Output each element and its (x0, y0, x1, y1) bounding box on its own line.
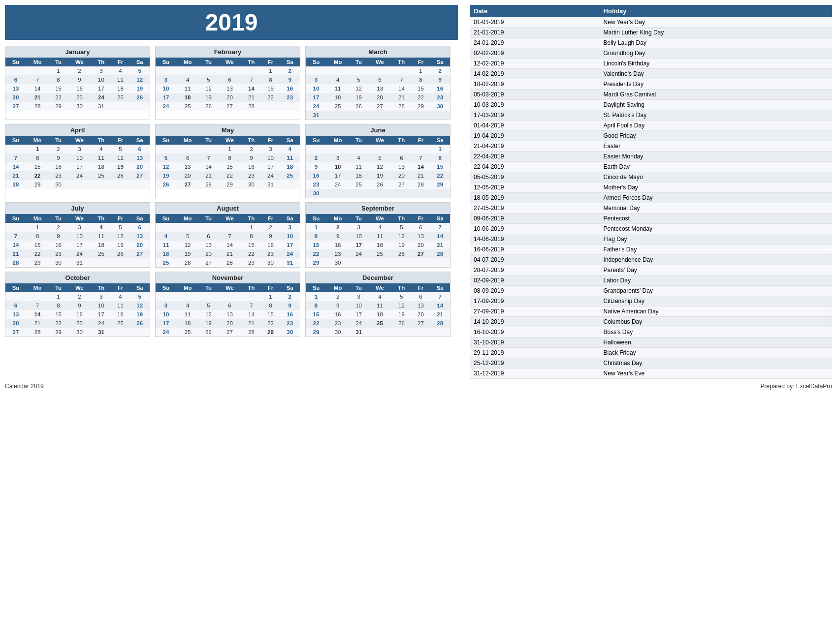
day-cell (218, 223, 241, 232)
day-header-fr: Fr (261, 136, 280, 145)
day-header-sa: Sa (129, 58, 150, 66)
day-cell: 18 (156, 249, 176, 258)
day-cell: 26 (111, 171, 130, 180)
day-cell: 1 (261, 292, 280, 301)
month-table-october: SuMoTuWeThFrSa12345678910111213141516171… (5, 283, 150, 337)
holiday-row: 24-01-2019Belly Laugh Day (470, 38, 832, 48)
holiday-row: 31-10-2019Halloween (470, 337, 832, 348)
day-cell: 15 (49, 310, 68, 319)
day-cell: 2 (68, 66, 91, 75)
day-cell (5, 223, 26, 232)
month-table-may: SuMoTuWeThFrSa12345678910111213141516171… (156, 136, 300, 189)
day-cell: 12 (199, 310, 218, 319)
month-block-july: JulySuMoTuWeThFrSa1234567891011121314151… (5, 202, 150, 268)
day-cell: 20 (412, 241, 430, 249)
day-cell: 11 (326, 84, 349, 93)
day-cell: 24 (68, 171, 91, 180)
day-cell: 31 (91, 328, 111, 337)
day-cell: 22 (241, 249, 261, 258)
day-cell: 13 (368, 84, 391, 93)
holiday-row: 10-03-2019Daylight Saving (470, 100, 832, 110)
day-cell: 31 (349, 328, 368, 337)
holiday-date: 10-06-2019 (470, 224, 600, 234)
day-cell: 8 (430, 153, 450, 162)
day-cell (368, 66, 391, 75)
day-header-su: Su (306, 283, 326, 292)
holiday-name: Halloween (600, 337, 832, 348)
months-row-4: OctoberSuMoTuWeThFrSa1234567891011121314… (5, 272, 463, 337)
day-cell: 28 (241, 328, 261, 337)
day-cell: 3 (68, 223, 91, 232)
holiday-name: Pentecost (600, 214, 832, 224)
day-cell: 26 (199, 102, 218, 111)
day-cell: 23 (68, 93, 91, 102)
day-cell: 19 (368, 171, 391, 180)
day-cell: 8 (261, 75, 280, 84)
day-cell: 14 (218, 241, 241, 249)
day-cell: 10 (91, 75, 111, 84)
day-header-su: Su (156, 58, 176, 66)
holiday-date: 18-02-2019 (470, 79, 600, 90)
day-cell: 7 (391, 75, 412, 84)
holiday-name: New Year's Day (600, 17, 832, 28)
month-table-february: SuMoTuWeThFrSa12345678910111213141516171… (156, 58, 300, 111)
holiday-row: 27-05-2019Memorial Day (470, 203, 832, 214)
day-cell: 2 (306, 153, 326, 162)
day-cell: 3 (326, 153, 349, 162)
month-title-march: March (306, 46, 450, 58)
holiday-row: 21-04-2019Easter (470, 141, 832, 152)
day-cell: 26 (156, 180, 176, 189)
day-cell (391, 111, 412, 120)
day-cell: 16 (430, 84, 450, 93)
holiday-name: Labor Day (600, 276, 832, 286)
day-cell: 18 (176, 319, 199, 328)
day-cell: 11 (111, 301, 130, 310)
day-cell: 12 (156, 162, 176, 171)
day-cell: 24 (261, 171, 280, 180)
day-cell: 9 (280, 75, 300, 84)
day-cell: 22 (306, 319, 326, 328)
day-header-sa: Sa (430, 214, 450, 223)
day-cell (326, 189, 349, 198)
day-header-mo: Mo (326, 283, 349, 292)
day-cell: 7 (5, 153, 26, 162)
day-cell: 3 (280, 223, 300, 232)
day-cell: 19 (111, 162, 130, 171)
day-header-th: Th (91, 283, 111, 292)
day-cell: 28 (412, 180, 430, 189)
day-cell: 5 (111, 145, 130, 153)
holiday-date: 05-05-2019 (470, 172, 600, 183)
day-cell: 30 (326, 258, 349, 267)
day-cell (326, 66, 349, 75)
day-cell: 25 (111, 93, 130, 102)
month-title-may: May (156, 124, 300, 136)
day-cell: 5 (391, 292, 412, 301)
day-cell: 5 (156, 153, 176, 162)
day-header-th: Th (391, 283, 412, 292)
day-header-th: Th (391, 214, 412, 223)
day-cell: 18 (280, 162, 300, 171)
day-cell: 10 (349, 232, 368, 241)
holiday-row: 09-06-2019Pentecost (470, 214, 832, 224)
day-cell: 10 (156, 84, 176, 93)
day-cell: 2 (49, 223, 68, 232)
day-cell (26, 66, 49, 75)
month-table-august: SuMoTuWeThFrSa12345678910111213141516171… (156, 214, 300, 267)
holiday-date: 09-06-2019 (470, 214, 600, 224)
day-cell: 6 (5, 301, 26, 310)
day-cell: 21 (199, 171, 218, 180)
day-header-mo: Mo (26, 214, 49, 223)
day-cell: 24 (280, 249, 300, 258)
day-cell: 14 (430, 301, 450, 310)
holiday-date: 02-09-2019 (470, 276, 600, 286)
day-cell: 10 (68, 153, 91, 162)
day-cell: 17 (326, 171, 349, 180)
day-cell (156, 66, 176, 75)
holiday-date: 17-09-2019 (470, 296, 600, 307)
day-cell: 21 (26, 93, 49, 102)
holiday-name: St. Patrick's Day (600, 110, 832, 121)
day-cell: 1 (412, 66, 430, 75)
holiday-row: 08-09-2019Grandparents' Day (470, 286, 832, 296)
holiday-date: 24-01-2019 (470, 38, 600, 48)
day-cell: 22 (26, 171, 49, 180)
